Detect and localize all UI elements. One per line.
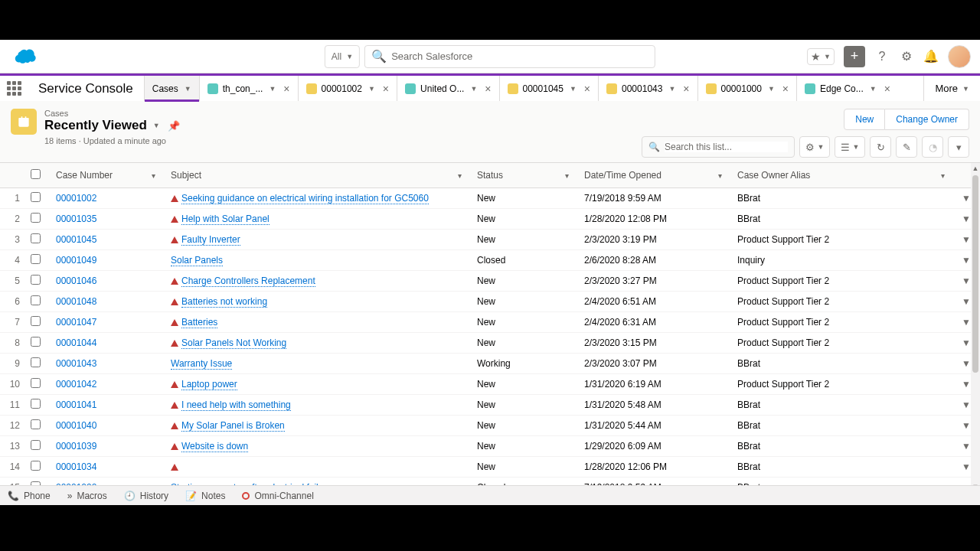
global-actions-button[interactable]: +	[844, 46, 865, 67]
row-checkbox[interactable]	[31, 275, 41, 285]
row-checkbox[interactable]	[31, 254, 41, 264]
select-all-checkbox[interactable]	[31, 169, 41, 179]
col-subject[interactable]: Subject▾	[163, 163, 469, 188]
list-view-picker[interactable]: Recently Viewed ▼ 📌	[44, 118, 642, 133]
list-view-controls-button[interactable]: ⚙▼	[799, 136, 830, 158]
row-checkbox[interactable]	[31, 192, 41, 202]
filter-button[interactable]: ▾	[948, 136, 969, 158]
case-number-link[interactable]: 00001044	[56, 337, 96, 348]
notifications-button[interactable]: 🔔	[923, 49, 939, 64]
case-number-link[interactable]: 00001002	[56, 193, 96, 204]
row-select[interactable]	[23, 188, 48, 209]
row-select[interactable]	[23, 354, 48, 374]
close-icon[interactable]: ×	[283, 83, 289, 95]
app-launcher-button[interactable]	[0, 76, 28, 101]
row-select[interactable]	[23, 230, 48, 250]
col-case-number[interactable]: Case Number▾	[48, 163, 163, 188]
list-search[interactable]: 🔍	[642, 136, 795, 158]
workspace-tab[interactable]: 00001000 ▼ ×	[697, 76, 797, 101]
case-number-link[interactable]: 00001046	[56, 276, 96, 286]
utility-history[interactable]: 🕘History	[124, 491, 168, 501]
case-number-link[interactable]: 00001041	[56, 399, 96, 410]
row-select[interactable]	[23, 333, 48, 354]
scroll-up-arrow[interactable]: ▲	[971, 163, 980, 174]
workspace-tab[interactable]: United O... ▼ ×	[397, 76, 498, 101]
chevron-down-icon[interactable]: ▼	[768, 85, 775, 93]
close-icon[interactable]: ×	[485, 83, 491, 95]
row-checkbox[interactable]	[31, 337, 41, 347]
case-number-link[interactable]: 00001045	[56, 234, 96, 245]
utility-phone[interactable]: 📞Phone	[8, 491, 51, 501]
row-select[interactable]	[23, 209, 48, 230]
subject-link[interactable]: Help with Solar Panel	[181, 214, 270, 225]
case-number-link[interactable]: 00001048	[56, 296, 96, 307]
subject-link[interactable]: Website is down	[181, 441, 248, 452]
chart-button[interactable]: ◔	[922, 136, 943, 158]
refresh-button[interactable]: ↻	[870, 136, 891, 158]
row-checkbox[interactable]	[31, 419, 41, 429]
workspace-tab[interactable]: 00001002 ▼ ×	[298, 76, 397, 101]
display-as-button[interactable]: ☰▼	[835, 136, 865, 158]
row-checkbox[interactable]	[31, 316, 41, 326]
pin-icon[interactable]: 📌	[168, 120, 180, 132]
subject-link[interactable]: Solar Panels Not Working	[181, 337, 286, 349]
subject-link[interactable]: Warranty Issue	[171, 358, 232, 370]
case-number-link[interactable]: 00001035	[56, 214, 96, 224]
change-owner-button[interactable]: Change Owner	[885, 109, 969, 130]
help-button[interactable]: ?	[874, 49, 890, 64]
case-number-link[interactable]: 00001034	[56, 461, 96, 472]
close-icon[interactable]: ×	[383, 83, 389, 95]
favorites-button[interactable]: ★ ▼	[807, 48, 835, 65]
subject-link[interactable]: I need help with something	[181, 399, 291, 411]
row-checkbox[interactable]	[31, 357, 41, 367]
search-box[interactable]: 🔍	[364, 45, 655, 68]
col-owner[interactable]: Case Owner Alias▾	[730, 163, 952, 188]
subject-link[interactable]: My Solar Panel is Broken	[181, 420, 285, 432]
subject-link[interactable]: Solar Panels	[171, 255, 223, 266]
row-checkbox[interactable]	[31, 399, 41, 409]
row-checkbox[interactable]	[31, 461, 41, 471]
row-checkbox[interactable]	[31, 295, 41, 305]
list-search-input[interactable]	[665, 142, 788, 152]
utility-omni-channel[interactable]: Omni-Channel	[242, 491, 313, 501]
row-checkbox[interactable]	[31, 213, 41, 223]
row-select[interactable]	[23, 312, 48, 333]
subject-link[interactable]: Charge Controllers Replacement	[181, 276, 315, 287]
subject-link[interactable]: Seeking guidance on electrical wiring in…	[181, 193, 429, 204]
new-button[interactable]: New	[844, 109, 885, 130]
setup-button[interactable]: ⚙	[899, 49, 914, 64]
col-status[interactable]: Status▾	[469, 163, 577, 188]
workspace-tab[interactable]: th_con_... ▼ ×	[199, 76, 298, 101]
close-icon[interactable]: ×	[884, 83, 890, 95]
close-icon[interactable]: ×	[584, 83, 590, 95]
subject-link[interactable]: Batteries not working	[181, 296, 267, 308]
case-number-link[interactable]: 00001047	[56, 317, 96, 328]
row-select[interactable]	[23, 436, 48, 457]
utility-notes[interactable]: 📝Notes	[185, 491, 225, 501]
search-scope-picker[interactable]: All ▼	[325, 45, 360, 68]
user-avatar[interactable]	[948, 45, 971, 68]
row-checkbox[interactable]	[31, 233, 41, 243]
row-select[interactable]	[23, 374, 48, 395]
chevron-down-icon[interactable]: ▼	[870, 85, 877, 93]
chevron-down-icon[interactable]: ▼	[470, 85, 477, 93]
chevron-down-icon[interactable]: ▼	[368, 85, 375, 93]
vertical-scrollbar[interactable]: ▲ ▼	[971, 163, 980, 492]
row-select[interactable]	[23, 292, 48, 312]
subject-link[interactable]: Faulty Inverter	[181, 234, 240, 246]
case-number-link[interactable]: 00001043	[56, 358, 96, 369]
tab-cases[interactable]: Cases ▼	[144, 76, 199, 101]
row-select[interactable]	[23, 457, 48, 478]
case-number-link[interactable]: 00001049	[56, 255, 96, 266]
case-number-link[interactable]: 00001039	[56, 441, 96, 452]
chevron-down-icon[interactable]: ▼	[185, 85, 191, 93]
search-input[interactable]	[391, 51, 648, 62]
close-icon[interactable]: ×	[782, 83, 789, 95]
row-select[interactable]	[23, 395, 48, 416]
subject-link[interactable]: Batteries	[181, 317, 217, 328]
workspace-tab[interactable]: 00001045 ▼ ×	[499, 76, 599, 101]
row-checkbox[interactable]	[31, 440, 41, 450]
tabs-more-button[interactable]: More ▼	[923, 76, 980, 101]
close-icon[interactable]: ×	[683, 83, 689, 95]
row-select[interactable]	[23, 416, 48, 436]
